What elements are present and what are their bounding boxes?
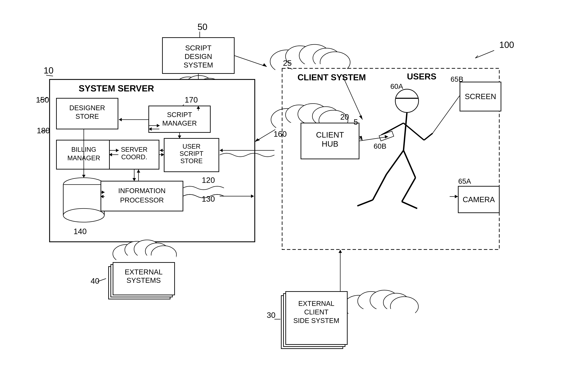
ref-25: 25 [283,59,292,68]
user-script-store-label3: STORE [180,157,203,165]
user-script-store-label2: SCRIPT [179,150,203,157]
ref-100: 100 [499,40,514,50]
svg-rect-41 [149,106,210,132]
ref-140: 140 [73,227,87,236]
external-client-label1: EXTERNAL [298,300,334,307]
camera-label: CAMERA [463,195,495,204]
ref-60a: 60A [390,82,403,90]
script-design-system-label2: DESIGN [185,53,212,60]
screen-label: SCREEN [465,92,496,101]
diagram-container: 100 50 SCRIPT DESIGN SYSTEM 160 [0,0,568,392]
ref-40: 40 [91,277,99,285]
ref-65a: 65A [458,177,471,185]
svg-rect-81 [116,255,176,263]
svg-point-91 [395,89,419,112]
ref-160: 160 [274,129,287,139]
client-system-label: CLIENT SYSTEM [297,73,366,82]
ref-65b: 65B [451,75,463,83]
client-hub-label2: HUB [322,140,338,148]
script-manager-label2: MANAGER [162,119,197,127]
ref-170: 170 [185,95,198,104]
svg-point-47 [63,209,104,222]
script-design-system-label: SCRIPT [185,44,212,52]
ref-60b: 60B [374,142,386,150]
info-processor-label2: PROCESSOR [120,196,164,204]
ref-120: 120 [202,176,215,184]
svg-rect-50 [101,181,183,211]
server-coord-label1: SERVER [121,146,147,153]
ref-30: 30 [267,311,276,320]
info-processor-label1: INFORMATION [118,187,165,195]
server-coord-label2: COORD. [121,154,147,161]
ref-130: 130 [202,195,215,203]
ref-180: 180 [37,126,50,135]
ref-10: 10 [44,65,54,75]
users-label: USERS [407,72,436,81]
designer-store-label1: DESIGNER [69,104,105,112]
external-client-label3: SIDE SYSTEM [293,317,339,324]
ref-5: 5 [354,118,358,126]
external-systems-label1: EXTERNAL [125,268,163,276]
ref-50: 50 [197,22,207,32]
external-systems-label2: SYSTEMS [127,276,161,284]
script-design-system-label3: SYSTEM [184,61,213,69]
client-hub-label1: CLIENT [316,130,344,139]
script-manager-label1: SCRIPT [167,111,192,118]
system-server-label: SYSTEM SERVER [79,84,154,93]
external-client-label2: CLIENT [304,308,328,316]
user-script-store-label1: USER [182,143,201,150]
designer-store-label2: STORE [75,112,99,120]
svg-rect-116 [349,309,415,317]
ref-20: 20 [340,112,349,121]
